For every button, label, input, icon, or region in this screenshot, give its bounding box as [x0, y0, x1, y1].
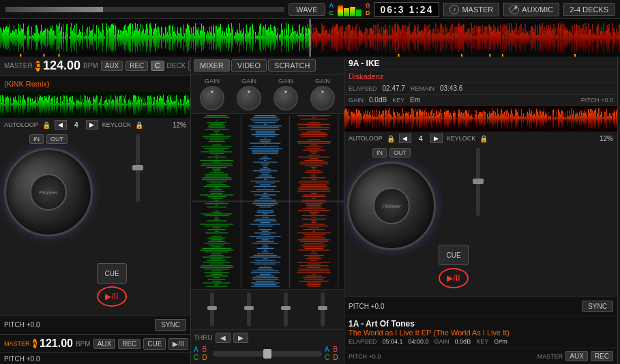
progress-bar — [5, 7, 284, 12]
next-gain-label: GAIN — [434, 338, 449, 345]
right-loop-prev-button[interactable]: ◀ — [399, 134, 411, 143]
right-in-button[interactable]: IN — [372, 148, 387, 157]
left-in-out-buttons: IN OUT — [29, 134, 68, 144]
right-jog-wheel[interactable]: Pioneer — [347, 162, 436, 250]
next-track-key: 1A - Art Of Tones — [349, 319, 613, 329]
gain-knob-dial-3[interactable] — [274, 86, 298, 110]
left-bottom-play-button[interactable]: ▶/II — [168, 338, 188, 350]
gain-knob-dial-2[interactable] — [237, 86, 261, 110]
crossfader[interactable] — [213, 351, 322, 357]
cf-d-label: D — [203, 354, 211, 361]
right-pitch-slider[interactable] — [471, 148, 485, 230]
left-bottom-bpm-val: 121.00 — [40, 337, 73, 350]
left-keylock-label: KEYLOCK — [102, 121, 132, 128]
right-deck-controls: AUTOLOOP 🔒 ◀ 4 ▶ KEYLOCK 🔒 12% — [344, 132, 617, 145]
fx-right-button[interactable]: ▶ — [233, 333, 248, 343]
left-pitch-slider[interactable] — [131, 134, 145, 216]
cf-b-right-label: B — [334, 346, 342, 353]
mixer-section: MIXER VIDEO SCRATCH GAIN GAIN GAIN GAIN — [191, 57, 344, 364]
decks-24-button[interactable]: 2-4 DECKS — [563, 3, 615, 16]
aux-mic-button[interactable]: 🎤 AUX/MIC — [503, 3, 559, 16]
left-aux-button[interactable]: AUX — [101, 61, 123, 71]
right-percent-label: 12% — [600, 135, 613, 142]
master-btn-label: MASTER — [462, 5, 493, 14]
wave-button[interactable]: WAVE — [289, 3, 325, 16]
mixer-tab-button[interactable]: MIXER — [194, 59, 230, 72]
left-bottom-master-letter: A — [33, 339, 38, 348]
fader-3[interactable] — [284, 292, 288, 327]
crossfader-row: A B C D A B C D — [194, 346, 341, 361]
fader-4[interactable] — [321, 292, 325, 327]
thru-row: THRU ◀ ▶ — [194, 333, 341, 343]
left-jog-wheel[interactable]: Pioneer — [4, 148, 93, 237]
crossfader-thumb — [263, 349, 271, 359]
master-icon: ♪ — [449, 5, 459, 14]
right-elapsed-label: ELAPSED — [349, 85, 377, 92]
mixer-waveform-canvas — [192, 115, 344, 288]
gain-knob-dial-1[interactable] — [200, 86, 224, 110]
gain-knob-dial-4[interactable] — [310, 86, 335, 110]
left-rec-button[interactable]: REC — [126, 61, 148, 71]
wf-center-line — [310, 19, 311, 57]
aux-mic-label: AUX/MIC — [522, 5, 553, 14]
right-pitch-label: PITCH +0.0 — [581, 97, 613, 104]
left-deck-bottom-info: MASTER A 121.00 BPM AUX REC CUE ▶/II SYN… — [0, 334, 190, 353]
left-autoloop-label: AUTOLOOP — [4, 121, 38, 128]
left-c-button[interactable]: C — [151, 61, 164, 71]
left-loop-next-button[interactable]: ▶ — [86, 120, 98, 130]
left-bottom-cue-button[interactable]: CUE — [143, 338, 166, 350]
next-aux-button[interactable]: AUX — [565, 351, 588, 361]
mixer-faders — [191, 289, 344, 330]
left-cue-button[interactable]: CUE — [97, 263, 127, 284]
left-bottom-aux-button[interactable]: AUX — [93, 339, 116, 349]
left-bottom-rec-button[interactable]: REC — [118, 339, 141, 349]
right-autoloop-label: AUTOLOOP — [349, 135, 383, 142]
right-pitch-track — [476, 148, 480, 216]
right-loop-next-button[interactable]: ▶ — [430, 134, 443, 143]
cf-d-right-label: D — [334, 354, 342, 361]
gain-label-4: GAIN — [315, 78, 330, 85]
next-rec-button[interactable]: REC — [591, 351, 613, 361]
next-track-info: ELAPSED 05:04.1 04:00.0 GAIN 0.0dB KEY G… — [349, 338, 613, 345]
top-waveform — [0, 19, 620, 57]
deck-b-label: B — [366, 2, 370, 9]
left-deck-info-bar: MASTER C 124.00 BPM AUX REC C DECK A — [0, 57, 190, 76]
left-play-button[interactable]: ▶/II — [97, 286, 127, 307]
right-track-key: 9A - IKE — [349, 59, 380, 68]
right-cue-button[interactable]: CUE — [439, 245, 469, 265]
next-key-label: KEY — [476, 338, 488, 345]
right-deck-artist-bar: Diskadenz — [344, 70, 617, 82]
right-key-val: Em — [410, 96, 420, 104]
gain-row: GAIN GAIN GAIN GAIN — [191, 75, 344, 114]
far-right-panel: FILTER SELECT KEY ON SAMPLER VOL siren p… — [617, 57, 620, 364]
right-out-button[interactable]: OUT — [389, 148, 411, 157]
next-remain-val: 04:00.0 — [409, 338, 429, 345]
next-elapsed-val: 05:04.1 — [383, 338, 403, 345]
left-jog-area: IN OUT Pioneer — [4, 134, 93, 312]
fx-left-button[interactable]: ◀ — [216, 333, 231, 343]
left-bottom-master-label: MASTER — [4, 340, 30, 347]
right-play-button[interactable]: ▶/II — [439, 268, 469, 288]
fader-1[interactable] — [210, 292, 214, 327]
right-sync-button[interactable]: SYNC — [582, 301, 613, 312]
left-deck-label: DECK — [167, 62, 186, 70]
scratch-tab-button[interactable]: SCRATCH — [268, 59, 316, 72]
fader-2[interactable] — [247, 292, 251, 327]
left-bottom-pitch: PITCH +0.0 — [0, 353, 190, 364]
right-remain-val: 03:43.6 — [440, 85, 462, 92]
left-sync-button[interactable]: SYNC — [155, 319, 186, 331]
left-bpm-value: 124.00 — [43, 59, 80, 73]
master-button[interactable]: ♪ MASTER — [443, 3, 499, 16]
left-deck-lower: IN OUT Pioneer CUE ▶/II — [0, 132, 190, 315]
left-out-button[interactable]: OUT — [46, 134, 68, 144]
right-keylock-icon: 🔒 — [479, 135, 488, 142]
thru-label: THRU — [194, 334, 213, 342]
left-in-button[interactable]: IN — [29, 134, 44, 144]
left-loop-prev-button[interactable]: ◀ — [55, 120, 67, 130]
deck-labels-left: A C — [329, 2, 334, 16]
right-deck-top-bar: 9A - IKE — [344, 57, 617, 70]
left-pitch-info: PITCH +0.0 — [4, 321, 40, 329]
next-pitch-info: PITCH +0.0 — [349, 353, 381, 360]
video-tab-button[interactable]: VIDEO — [231, 59, 267, 72]
left-pioneer-label: Pioneer — [39, 189, 58, 196]
